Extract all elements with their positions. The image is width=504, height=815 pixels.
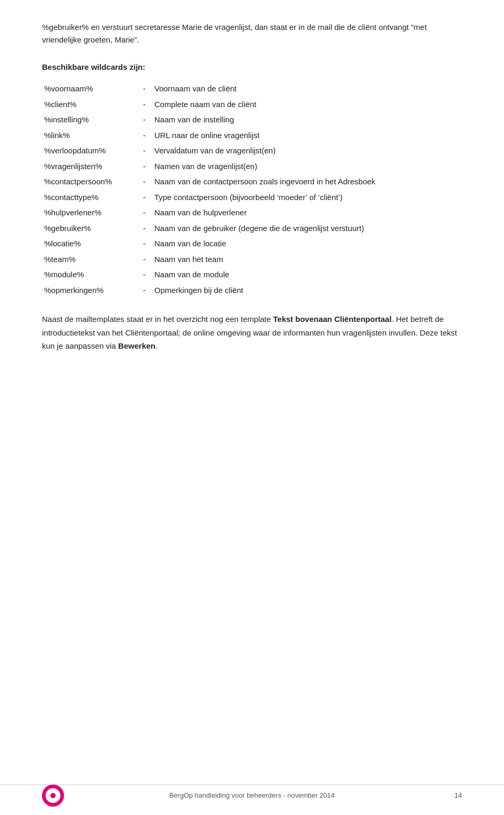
footer-text: BergOp handleiding voor beheerders - nov… <box>169 791 334 799</box>
wildcard-row: %contactpersoon%-Naam van de contactpers… <box>42 174 462 190</box>
wildcard-row: %locatie%-Naam van de locatie <box>42 236 462 252</box>
wildcard-row: %contacttype%-Type contactpersoon (bijvo… <box>42 190 462 205</box>
wildcard-description: Naam van de instelling <box>152 112 462 128</box>
wildcard-dash: - <box>136 236 152 252</box>
wildcard-dash: - <box>136 159 152 174</box>
wildcard-name: %contacttype% <box>42 190 136 205</box>
page-footer: BergOp handleiding voor beheerders - nov… <box>0 785 504 799</box>
wildcard-name: %locatie% <box>42 236 136 252</box>
wildcard-row: %voornaam%-Voornaam van de cliënt <box>42 81 462 97</box>
page-content: %gebruiker% en verstuurt secretaresse Ma… <box>0 0 504 405</box>
wildcard-description: Naam van de contactpersoon zoals ingevoe… <box>152 174 462 190</box>
closing-text-3: . <box>155 341 158 350</box>
wildcard-row: %module%-Naam van de module <box>42 267 462 283</box>
wildcard-name: %team% <box>42 252 136 267</box>
closing-bold-1: Tekst bovenaan Cliëntenportaal <box>273 315 392 323</box>
wildcard-name: %gebruiker% <box>42 221 136 236</box>
wildcard-row: %instelling%-Naam van de instelling <box>42 112 462 128</box>
wildcard-row: %opmerkingen%-Opmerkingen bij de cliënt <box>42 283 462 298</box>
wildcard-name: %instelling% <box>42 112 136 128</box>
wildcard-row: %vragenlijsten%-Namen van de vragenlijst… <box>42 159 462 174</box>
intro-paragraph: %gebruiker% en verstuurt secretaresse Ma… <box>42 21 462 46</box>
wildcard-name: %module% <box>42 267 136 283</box>
footer-page-number: 14 <box>455 791 462 799</box>
wildcard-description: Naam van het team <box>152 252 462 267</box>
wildcard-name: %link% <box>42 128 136 143</box>
wildcard-name: %vragenlijsten% <box>42 159 136 174</box>
wildcard-description: Opmerkingen bij de cliënt <box>152 283 462 298</box>
wildcard-dash: - <box>136 97 152 112</box>
logo-dot <box>50 793 56 798</box>
wildcard-dash: - <box>136 81 152 97</box>
wildcard-description: Namen van de vragenlijst(en) <box>152 159 462 174</box>
logo-inner <box>46 788 60 803</box>
wildcard-dash: - <box>136 205 152 221</box>
wildcard-dash: - <box>136 221 152 236</box>
wildcard-description: Naam van de module <box>152 267 462 283</box>
wildcard-name: %contactpersoon% <box>42 174 136 190</box>
wildcard-description: Voornaam van de cliënt <box>152 81 462 97</box>
wildcard-row: %link%-URL naar de online vragenlijst <box>42 128 462 143</box>
wildcard-description: Naam van de locatie <box>152 236 462 252</box>
wildcard-dash: - <box>136 174 152 190</box>
wildcard-dash: - <box>136 283 152 298</box>
wildcard-dash: - <box>136 143 152 159</box>
wildcard-row: %team%-Naam van het team <box>42 252 462 267</box>
wildcard-description: Naam van de gebruiker (degene die de vra… <box>152 221 462 236</box>
wildcard-description: URL naar de online vragenlijst <box>152 128 462 143</box>
wildcard-dash: - <box>136 190 152 205</box>
wildcard-description: Type contactpersoon (bijvoorbeeld ‘moede… <box>152 190 462 205</box>
wildcard-row: %hulpverlener%-Naam van de hulpverlener <box>42 205 462 221</box>
wildcard-row: %client%-Complete naam van de cliënt <box>42 97 462 112</box>
wildcards-table: %voornaam%-Voornaam van de cliënt%client… <box>42 81 462 298</box>
wildcards-title: Beschikbare wildcards zijn: <box>42 61 462 74</box>
closing-bold-2: Bewerken <box>118 341 155 350</box>
wildcard-dash: - <box>136 252 152 267</box>
wildcard-name: %hulpverlener% <box>42 205 136 221</box>
wildcard-dash: - <box>136 128 152 143</box>
wildcard-description: Naam van de hulpverlener <box>152 205 462 221</box>
wildcard-name: %verloopdatum% <box>42 143 136 159</box>
wildcard-row: %gebruiker%-Naam van de gebruiker (degen… <box>42 221 462 236</box>
wildcard-row: %verloopdatum%-Vervaldatum van de vragen… <box>42 143 462 159</box>
wildcard-name: %voornaam% <box>42 81 136 97</box>
wildcard-description: Vervaldatum van de vragenlijst(en) <box>152 143 462 159</box>
logo-circle <box>42 785 64 807</box>
closing-paragraph: Naast de mailtemplates staat er in het o… <box>42 312 462 353</box>
wildcard-name: %opmerkingen% <box>42 283 136 298</box>
footer-logo <box>42 785 64 807</box>
wildcard-dash: - <box>136 267 152 283</box>
wildcard-dash: - <box>136 112 152 128</box>
wildcard-description: Complete naam van de cliënt <box>152 97 462 112</box>
closing-text-1: Naast de mailtemplates staat er in het o… <box>42 315 273 323</box>
wildcard-name: %client% <box>42 97 136 112</box>
